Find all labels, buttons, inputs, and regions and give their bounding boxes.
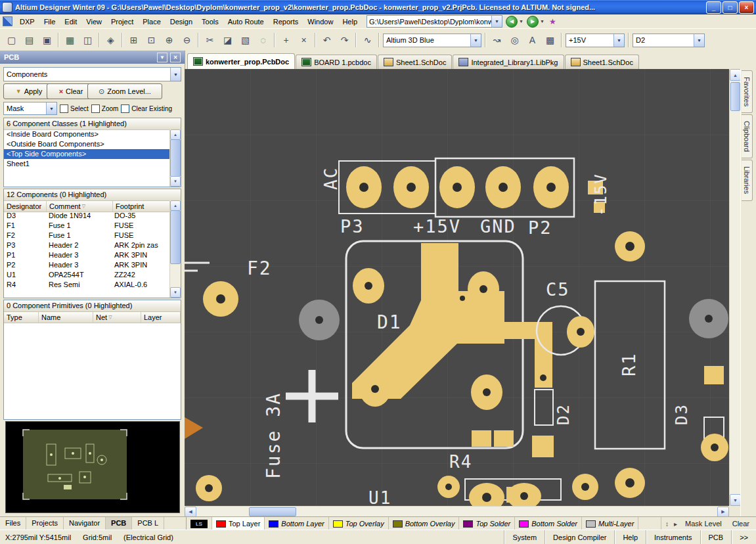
- column-header-net[interactable]: Net▽: [93, 312, 141, 323]
- column-header-type[interactable]: Type: [4, 312, 39, 323]
- clear-filter-icon[interactable]: ×: [296, 32, 312, 48]
- column-header-comment[interactable]: Comment▽: [47, 201, 113, 212]
- side-tab-clipboard[interactable]: Clipboard: [742, 114, 753, 158]
- zoom-in-icon[interactable]: ⊕: [161, 32, 177, 48]
- menu-edit[interactable]: Edit: [60, 16, 81, 27]
- zoom-out-icon[interactable]: ⊖: [179, 32, 195, 48]
- clear-existing-checkbox[interactable]: Clear Existing: [121, 104, 172, 113]
- forward-dropdown-icon[interactable]: ▼: [540, 19, 545, 24]
- layer-tab-top-layer[interactable]: Top Layer: [212, 517, 265, 530]
- maximize-button[interactable]: □: [723, 1, 738, 14]
- zoom-checkbox[interactable]: Zoom: [91, 104, 119, 113]
- cut-icon[interactable]: ✂: [202, 32, 218, 48]
- layer-tab-multi-layer[interactable]: Multi-Layer: [582, 517, 638, 530]
- mask-dropdown-icon[interactable]: ▼: [46, 102, 56, 114]
- component-classes-header[interactable]: 6 Component Classes (1 Highlighted): [4, 118, 181, 130]
- side-tab-favorites[interactable]: Favorites: [742, 70, 753, 113]
- table-row[interactable]: F2Fuse 1FUSE: [4, 231, 170, 240]
- open-device-view-icon[interactable]: ◈: [102, 32, 119, 48]
- doc-tab-konwerter-prop-pcbdoc[interactable]: konwerter_prop.PcbDoc: [187, 53, 295, 69]
- canvas-vertical-scrollbar[interactable]: ▲ ▼: [729, 69, 741, 506]
- panel-close-icon[interactable]: ✕: [170, 53, 181, 62]
- pcb-canvas[interactable]: ACP3+15VGNDP2-15VF2D1C5R1D2D3Fuse 3AR4U1: [185, 69, 729, 506]
- panel-tab-navigator[interactable]: Navigator: [64, 517, 106, 530]
- component-class-row[interactable]: <Top Side Components>: [4, 149, 170, 159]
- component-class-row[interactable]: Sheet1: [4, 159, 170, 169]
- menu-window[interactable]: Window: [303, 16, 338, 27]
- scroll-down-icon[interactable]: ▼: [170, 176, 181, 187]
- scroll-right-icon[interactable]: ▶: [717, 507, 729, 517]
- place-array-icon[interactable]: ▩: [542, 32, 558, 48]
- redo-icon[interactable]: ↷: [336, 32, 353, 48]
- layer-next-icon[interactable]: ▸: [674, 520, 677, 528]
- column-header-designator[interactable]: Designator: [4, 201, 47, 212]
- table-row[interactable]: U1OPA2544TZZ242: [4, 270, 170, 280]
- status-button-help[interactable]: Help: [614, 530, 646, 544]
- view-combo[interactable]: Altium 3D Blue▼: [383, 34, 481, 47]
- back-button[interactable]: ◀: [506, 16, 518, 28]
- layer-tab-bottom-solder[interactable]: Bottom Solder: [515, 517, 582, 530]
- zoom-area-icon[interactable]: ⊞: [125, 32, 142, 48]
- component-combo-dropdown-icon[interactable]: ▼: [694, 34, 704, 47]
- close-button[interactable]: ×: [739, 1, 754, 14]
- layer-tab-ls[interactable]: LS: [187, 517, 212, 530]
- print-icon[interactable]: ▦: [62, 32, 78, 48]
- doc-tab-integrated-library1-libpkg[interactable]: Integrated_Library1.LibPkg: [453, 55, 564, 69]
- menu-auto-route[interactable]: Auto Route: [223, 16, 269, 27]
- select-checkbox-box[interactable]: [60, 104, 68, 113]
- doc-tab-board-1-pcbdoc[interactable]: BOARD 1.pcbdoc: [296, 55, 377, 69]
- components-header[interactable]: 12 Components (0 Highlighted): [4, 189, 181, 201]
- menu-file[interactable]: File: [39, 16, 60, 27]
- table-row[interactable]: F1Fuse 1FUSE: [4, 221, 170, 231]
- menu-place[interactable]: Place: [138, 16, 166, 27]
- menu-reports[interactable]: Reports: [269, 16, 303, 27]
- component-combo[interactable]: D2▼: [633, 34, 705, 47]
- back-dropdown-icon[interactable]: ▼: [519, 19, 523, 24]
- mask-level-button[interactable]: Mask Level: [682, 519, 724, 528]
- minimize-button[interactable]: _: [706, 1, 721, 14]
- select-checkbox[interactable]: Select: [60, 104, 89, 113]
- menu-tools[interactable]: Tools: [197, 16, 223, 27]
- net-combo-dropdown-icon[interactable]: ▼: [613, 34, 624, 47]
- panel-tab-files[interactable]: Files: [0, 517, 26, 530]
- vertical-scroll-thumb[interactable]: [730, 82, 740, 111]
- print-preview-icon[interactable]: ◫: [79, 32, 96, 48]
- status-button-pcb[interactable]: PCB: [700, 530, 732, 544]
- layer-options-icon[interactable]: ↕: [665, 520, 669, 528]
- canvas-horizontal-scrollbar[interactable]: ◀ ▶: [185, 506, 729, 517]
- layer-tab-bottom-layer[interactable]: Bottom Layer: [265, 517, 328, 530]
- address-dropdown-icon[interactable]: ▼: [491, 16, 502, 27]
- menu-help[interactable]: Help: [338, 16, 362, 27]
- primitives-header[interactable]: 0 Component Primitives (0 Highlighted): [4, 300, 181, 312]
- layer-tab-top-overlay[interactable]: Top Overlay: [329, 517, 389, 530]
- menu-design[interactable]: Design: [166, 16, 197, 27]
- zoom-checkbox-box[interactable]: [91, 104, 100, 113]
- table-row[interactable]: R4Res SemiAXIAL-0.6: [4, 280, 170, 290]
- move-icon[interactable]: +: [278, 32, 294, 48]
- paste-icon[interactable]: ▧: [237, 32, 254, 48]
- clear-existing-checkbox-box[interactable]: [121, 104, 129, 113]
- components-scrollbar[interactable]: ▲ ▼: [169, 200, 181, 298]
- copy-icon[interactable]: ◪: [219, 32, 236, 48]
- address-combo[interactable]: G:\Users\Pawel\Desktop\Dyplom\konw ▼: [367, 15, 502, 28]
- menu-project[interactable]: Project: [106, 16, 138, 27]
- classes-scrollbar[interactable]: ▲ ▼: [169, 129, 181, 187]
- cross-probe-icon[interactable]: ∿: [359, 32, 376, 48]
- status-button-system[interactable]: System: [504, 530, 545, 544]
- scroll-down-icon[interactable]: ▼: [170, 287, 181, 298]
- table-row[interactable]: P3Header 2ARK 2pin zas: [4, 240, 170, 250]
- panel-tab-pcb-l[interactable]: PCB L: [132, 517, 164, 530]
- status-button-design-compiler[interactable]: Design Compiler: [545, 530, 614, 544]
- view-combo-dropdown-icon[interactable]: ▼: [470, 34, 481, 47]
- select-area-icon[interactable]: ◌: [255, 32, 271, 48]
- net-combo[interactable]: +15V▼: [566, 34, 625, 47]
- status-button-instruments[interactable]: Instruments: [646, 530, 700, 544]
- clear-mask-button[interactable]: Clear: [730, 519, 752, 528]
- interactive-routing-icon[interactable]: ↝: [489, 32, 505, 48]
- place-via-icon[interactable]: ◎: [506, 32, 523, 48]
- layer-tab-top-solder[interactable]: Top Solder: [459, 517, 515, 530]
- status-button-[interactable]: >>: [731, 530, 756, 544]
- menu-dxp[interactable]: DXP: [15, 16, 39, 27]
- new-document-icon[interactable]: ▢: [3, 32, 20, 48]
- panel-menu-icon[interactable]: ▼: [157, 53, 167, 62]
